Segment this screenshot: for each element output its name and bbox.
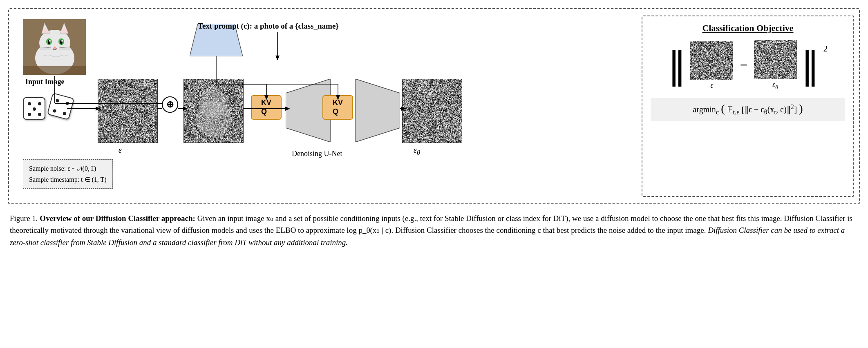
caption-bold: Overview of our Diffusion Classifier app… <box>40 214 195 223</box>
sample-noise-box: Sample noise: ε ~ 𝒩(0, 𝕀) Sample timesta… <box>23 159 113 189</box>
epsilon-theta-label: εθ <box>414 145 420 157</box>
left-norm-bar: ‖ <box>668 48 686 83</box>
die-1 <box>23 97 45 120</box>
superscript-2: 2 <box>823 43 828 54</box>
caption-section: Figure 1. Overview of our Diffusion Clas… <box>8 209 860 250</box>
epsilon-label-bottom: ε <box>119 145 122 155</box>
kv-q-box-2: KV Q <box>322 95 353 120</box>
diagram-area: Input Image <box>14 16 633 197</box>
sample-noise-line2: Sample timestamp: t ∈ (1, T) <box>29 174 107 185</box>
cat-image <box>23 19 86 75</box>
argmin-box: argminc ( 𝔼t,ε [‖ε − εθ(xt, c)‖2] ) <box>651 98 845 121</box>
svg-point-3 <box>39 30 70 56</box>
norm-epsilon-theta-label: εθ <box>772 80 778 91</box>
noise-box-epsilon-theta <box>402 79 462 143</box>
svg-point-12 <box>49 40 51 42</box>
norm-equation: ‖ ε − εθ ‖ 2 <box>651 40 845 91</box>
right-panel: Classification Objective ‖ ε − εθ <box>642 16 854 197</box>
noise-box-epsilon <box>98 79 158 143</box>
dice-area <box>23 97 72 120</box>
svg-rect-19 <box>23 66 86 75</box>
epsilon-theta-side: εθ <box>754 40 797 91</box>
svg-marker-42 <box>275 56 280 60</box>
sample-noise-line1: Sample noise: ε ~ 𝒩(0, 𝕀) <box>29 163 107 174</box>
outer-container: Input Image <box>8 8 860 250</box>
top-section: Input Image <box>8 8 860 204</box>
left-panel: Input Image <box>14 16 638 197</box>
classification-title: Classification Objective <box>702 23 793 33</box>
kv-q-box-1: KV Q <box>251 95 282 120</box>
noisy-cat-image <box>183 79 244 143</box>
unet-right-wing <box>355 79 400 144</box>
epsilon-side: ε <box>690 41 733 90</box>
svg-marker-22 <box>355 79 400 142</box>
norm-epsilon-label: ε <box>710 81 713 90</box>
norm-noise-epsilon-theta <box>754 40 797 79</box>
input-image-label: Input Image <box>25 78 65 86</box>
right-norm-bar: ‖ <box>801 48 819 83</box>
minus-operator: − <box>737 58 749 73</box>
argmin-formula: argminc ( 𝔼t,ε [‖ε − εθ(xt, c)‖2] ) <box>693 105 803 114</box>
plus-circle: ⊕ <box>162 96 178 113</box>
text-prompt-label: Text prompt (c): a photo of a {class_nam… <box>198 22 339 31</box>
denoising-unet-label: Denoising U-Net <box>292 149 342 158</box>
die-2 <box>47 93 74 120</box>
norm-noise-epsilon <box>690 41 733 80</box>
figure-label: Figure 1. <box>10 214 38 223</box>
svg-point-13 <box>61 40 63 42</box>
